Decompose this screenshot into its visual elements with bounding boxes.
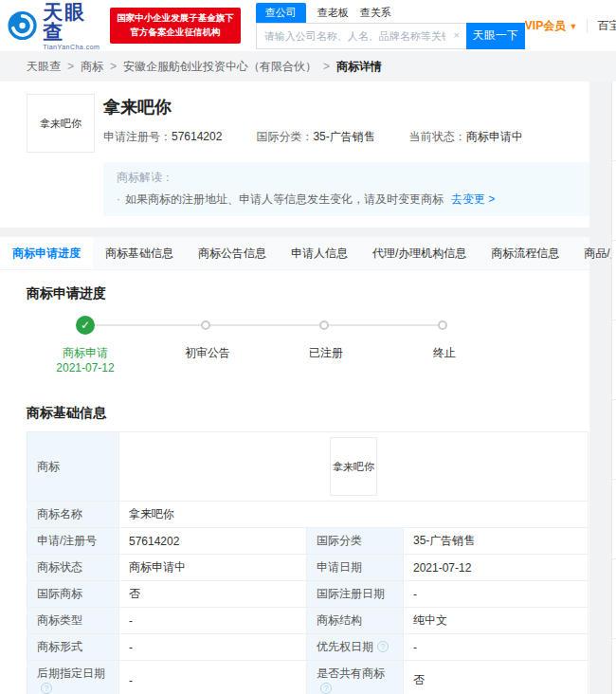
right-panel-sliver (611, 82, 616, 694)
tab-item[interactable]: 商标基础信息 (93, 237, 186, 269)
info-label: 国际商标 (27, 581, 119, 608)
reg-no-label: 申请注册号： (103, 130, 172, 143)
gov-certification-badge: 国家中小企业发展子基金旗下 官方备案企业征信机构 (110, 8, 241, 43)
info-label: 申请日期 (307, 555, 404, 581)
breadcrumb-link[interactable]: 安徽企服舫创业投资中心（有限合伙） (123, 59, 317, 75)
header-divider (587, 19, 588, 32)
table-row: 商标形式-优先权日期?- (27, 634, 589, 661)
info-value: 2021-07-12 (404, 555, 589, 581)
top-header: 天眼查 TianYanCha.com 国家中小企业发展子基金旗下 官方备案企业征… (0, 0, 616, 51)
breadcrumb-separator: > (67, 60, 74, 73)
tab-item[interactable]: 商标申请进度 (0, 237, 93, 269)
table-row: 申请/注册号57614202国际分类35-广告销售 (27, 528, 589, 555)
class-label: 国际分类： (256, 130, 313, 143)
class-value: 35-广告销售 (313, 130, 374, 143)
table-row: 国际商标否国际注册日期- (27, 581, 589, 608)
tab-item[interactable]: 商标公告信息 (186, 237, 279, 269)
info-value: - (119, 634, 307, 661)
reg-no-value: 57614202 (172, 130, 222, 143)
step-pending-icon (438, 320, 447, 330)
info-value: 35-广告销售 (404, 528, 589, 555)
tab-item[interactable]: 商品/服务项目 (571, 237, 616, 269)
clear-input-icon[interactable]: × (453, 29, 459, 41)
info-label: 后期指定日期? (27, 661, 119, 694)
status-value: 商标申请中 (466, 130, 523, 143)
info-label: 商标结构 (307, 608, 404, 634)
status-label: 当前状态： (409, 130, 466, 143)
tab-item[interactable]: 代理/办理机构信息 (360, 237, 479, 269)
step-pending-icon (201, 320, 210, 330)
interpretation-tip: 如果商标的注册地址、申请人等信息发生变化，请及时变更商标 (125, 192, 444, 206)
trademark-meta: 申请注册号：57614202 国际分类：35-广告销售 当前状态：商标申请中 (103, 129, 523, 145)
info-label: 国际注册日期 (307, 581, 404, 608)
info-label: 优先权日期? (307, 634, 404, 661)
info-label: 申请/注册号 (27, 528, 119, 555)
page-title: 拿来吧你 (103, 96, 523, 119)
info-label: 商标形式 (27, 634, 119, 661)
breadcrumb-link[interactable]: 商标 (81, 59, 103, 75)
tab-item[interactable]: 商标流程信息 (479, 237, 571, 269)
info-value: 否 (119, 581, 307, 608)
search-tabs: 查公司查老板查关系 (256, 3, 525, 23)
info-label: 商标类型 (27, 608, 119, 634)
step-label: 终止 (388, 345, 501, 361)
interpretation-title: 商标解读： (117, 170, 576, 186)
info-value: 57614202 (119, 528, 307, 555)
toolbox-menu[interactable]: 百宝箱 (597, 18, 616, 34)
chevron-down-icon: ▼ (570, 22, 578, 31)
search-button[interactable]: 天眼一下 (466, 23, 525, 49)
search-input[interactable] (256, 23, 466, 49)
tianyancha-logo[interactable]: 天眼查 TianYanCha.com (8, 2, 102, 50)
info-label: 国际分类 (307, 528, 404, 555)
breadcrumb-separator: > (323, 60, 330, 73)
step-date: 2021-07-12 (28, 361, 142, 374)
table-row: 商标名称拿来吧你 (27, 502, 589, 528)
detail-tabbar: 商标申请进度商标基础信息商标公告信息申请人信息代理/办理机构信息商标流程信息商品… (0, 237, 589, 270)
table-row: 后期指定日期?-是否共有商标?否 (27, 661, 589, 694)
info-value: - (119, 661, 307, 694)
search-tab-item[interactable]: 查关系 (360, 3, 391, 23)
step-pending-icon (319, 320, 329, 330)
info-label: 是否共有商标? (307, 661, 404, 694)
breadcrumb-link[interactable]: 天眼查 (27, 59, 61, 75)
section-gap (0, 228, 616, 237)
basic-info-heading: 商标基础信息 (27, 384, 589, 422)
trademark-interpretation-box: 商标解读： ·如果商标的注册地址、申请人等信息发生变化，请及时变更商标去变更 > (103, 162, 589, 216)
trademark-thumbnail[interactable]: 拿来吧你 (27, 94, 95, 153)
breadcrumb-separator: > (110, 60, 117, 73)
go-change-link[interactable]: 去变更 > (451, 192, 495, 206)
trademark-image[interactable]: 拿来吧你 (330, 437, 377, 496)
progress-heading: 商标申请进度 (27, 270, 589, 302)
info-value: 纯中文 (404, 608, 589, 634)
step-done-icon: ✓ (76, 316, 95, 335)
search-tab-item[interactable]: 查老板 (317, 3, 349, 23)
info-value: - (404, 634, 589, 661)
table-row: 商标 拿来吧你 (27, 432, 589, 502)
info-label: 商标 (27, 432, 119, 502)
tab-item[interactable]: 申请人信息 (279, 237, 360, 269)
step-label: 初审公告 (151, 345, 264, 361)
info-value: 否 (404, 661, 589, 694)
bullet: · (117, 192, 120, 206)
table-row: 商标类型-商标结构纯中文 (27, 608, 589, 634)
main-content: 商标申请进度 ✓商标申请2021-07-12初审公告已注册终止 商标基础信息 商… (0, 270, 589, 694)
info-value: - (119, 608, 307, 634)
step-label: 已注册 (269, 345, 383, 361)
info-label: 商标名称 (27, 502, 119, 528)
info-value: 商标申请中 (119, 555, 307, 581)
brand-domain: TianYanCha.com (43, 44, 102, 50)
vip-member-menu[interactable]: VIP会员 ▼ (525, 18, 578, 34)
header-search: 查公司查老板查关系 × 天眼一下 (256, 3, 525, 49)
eye-swirl-icon (8, 9, 37, 42)
progress-stepper: ✓商标申请2021-07-12初审公告已注册终止 (27, 316, 563, 384)
help-icon[interactable]: ? (41, 683, 52, 694)
basic-info-table: 商标 拿来吧你 商标名称拿来吧你申请/注册号57614202国际分类35-广告销… (27, 431, 589, 694)
stepper-line (85, 324, 444, 326)
help-icon[interactable]: ? (320, 683, 332, 694)
trademark-header-card: 拿来吧你 拿来吧你 申请注册号：57614202 国际分类：35-广告销售 当前… (0, 82, 589, 228)
search-tab-item[interactable]: 查公司 (256, 3, 306, 23)
step-label: 商标申请 (28, 345, 142, 361)
info-value: 拿来吧你 (119, 502, 589, 528)
brand-name: 天眼查 (43, 2, 102, 42)
help-icon[interactable]: ? (377, 641, 389, 652)
